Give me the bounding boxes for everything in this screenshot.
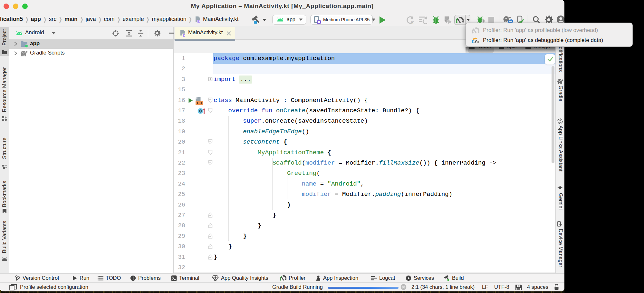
svg-text:A: A bbox=[410, 20, 414, 24]
